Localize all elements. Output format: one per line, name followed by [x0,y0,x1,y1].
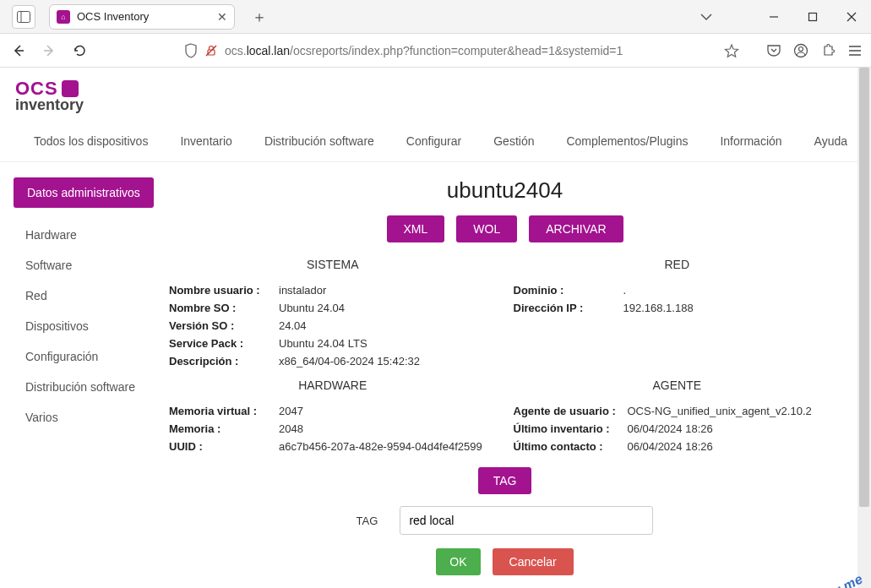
star-icon [724,43,739,58]
nav-ayuda[interactable]: Ayuda [814,134,847,148]
url-text: ocs.local.lan/ocsreports/index.php?funct… [225,44,712,57]
v-service-pack: Ubuntu 24.04 LTS [279,337,367,350]
v-version-so: 24.04 [279,319,307,332]
nav-configurar[interactable]: Configurar [406,134,461,148]
k-version-so: Versión SO : [169,319,279,332]
v-ip: 192.168.1.188 [623,302,694,314]
ok-button[interactable]: OK [436,548,480,575]
k-last-inv: Último inventario : [514,422,628,435]
k-uuid: UUID : [169,440,279,453]
v-last-contact: 06/04/2024 18:26 [628,440,713,453]
vertical-scrollbar[interactable] [857,68,871,588]
k-service-pack: Service Pack : [169,337,279,350]
svg-rect-0 [18,11,30,22]
sidebar-item-varios[interactable]: Varios [25,402,169,433]
sidebar-item-dispositivos[interactable]: Dispositivos [25,311,169,341]
extensions-button[interactable] [820,43,836,58]
left-sidebar: Datos administrativos Hardware Software … [0,162,169,575]
nav-informacion[interactable]: Información [720,134,781,148]
close-icon [847,12,857,22]
v-nombre-so: Ubuntu 24.04 [279,302,345,314]
sidebar-item-software[interactable]: Software [25,250,169,280]
bookmark-button[interactable] [724,43,739,58]
sidebar-item-configuracion[interactable]: Configuración [25,341,169,372]
k-useragent: Agente de usuario : [514,405,628,417]
tab-favicon: ⌂ [57,10,70,24]
app-sidebar-button[interactable] [12,5,35,29]
xml-button[interactable]: XML [387,215,445,242]
tag-header: TAG [478,467,532,494]
window-titlebar: ⌂ OCS Inventory ✕ ＋ [0,0,871,34]
tag-label: TAG [357,514,378,527]
v-descripcion: x86_64/04-06-2024 15:42:32 [279,355,420,368]
k-nombre-so: Nombre SO : [169,302,279,314]
wol-button[interactable]: WOL [456,215,517,242]
minimize-icon [769,12,779,22]
reload-icon [73,43,87,57]
tabs-dropdown-button[interactable] [700,13,712,21]
k-dominio: Dominio : [514,284,623,297]
scrollbar-thumb[interactable] [859,68,869,507]
tab-title: OCS Inventory [77,10,210,23]
v-memoria: 2048 [279,422,303,435]
house-icon [62,80,79,97]
sidebar-item-dist-software[interactable]: Distribución software [25,372,169,402]
k-memoria: Memoria : [169,422,279,435]
svg-point-11 [799,46,803,51]
window-maximize-button[interactable] [793,0,832,34]
nav-inventario[interactable]: Inventario [180,134,231,148]
tracking-shield-icon[interactable] [184,43,198,58]
svg-rect-3 [809,13,817,20]
app-menu-button[interactable] [847,45,863,57]
nav-complementos[interactable]: Complementos/Plugins [566,134,688,148]
logo-text-2: inventory [15,96,842,114]
back-arrow-icon [11,43,26,58]
section-sistema-title: SISTEMA [169,258,497,271]
section-hardware-title: HARDWARE [169,378,497,392]
k-nombre-usuario: Nombre usuario : [169,284,279,297]
sidebar-item-red[interactable]: Red [25,280,169,311]
reload-button[interactable] [69,41,90,61]
sidebar-item-hardware[interactable]: Hardware [25,220,169,250]
v-last-inv: 06/04/2024 18:26 [628,422,713,435]
window-close-button[interactable] [832,0,871,34]
v-nombre-usuario: instalador [279,284,326,297]
tag-input[interactable] [400,506,653,535]
k-descripcion: Descripción : [169,355,279,368]
nav-gestion[interactable]: Gestión [493,134,534,148]
account-icon [793,43,808,58]
k-last-contact: Último contacto : [514,440,628,453]
back-button[interactable] [8,41,29,61]
v-useragent: OCS-NG_unified_unix_agent_v2.10.2 [628,405,812,417]
device-name: ubuntu2404 [169,177,841,204]
address-bar[interactable]: ocs.local.lan/ocsreports/index.php?funct… [184,43,739,58]
sidebar-item-datos-admin[interactable]: Datos administrativos [14,177,154,208]
nav-distribucion[interactable]: Distribución software [264,134,374,148]
page-viewport: OCS inventory Todos los dispositivos Inv… [0,68,871,588]
k-ip: Dirección IP : [514,302,623,314]
nav-todos[interactable]: Todos los dispositivos [34,134,148,148]
main-content: ubuntu2404 XML WOL ARCHIVAR SISTEMA Nomb… [169,162,857,575]
insecure-lock-icon[interactable] [204,44,218,57]
maximize-icon [808,12,818,22]
new-tab-button[interactable]: ＋ [252,7,267,27]
panel-icon [17,11,30,23]
puzzle-icon [820,43,836,58]
hamburger-icon [847,45,863,57]
browser-toolbar: ocs.local.lan/ocsreports/index.php?funct… [0,34,871,68]
account-button[interactable] [793,43,808,58]
v-uuid: a6c7b456-207a-482e-9594-04d4fe4f2599 [279,440,482,453]
cancel-button[interactable]: Cancelar [493,548,574,575]
app-logo[interactable]: OCS inventory [0,68,857,117]
top-nav: Todos los dispositivos Inventario Distri… [0,117,857,162]
save-pocket-button[interactable] [766,44,781,57]
v-dominio: . [623,284,627,297]
browser-tab[interactable]: ⌂ OCS Inventory ✕ [49,4,235,30]
chevron-down-icon [700,13,712,21]
v-mem-virtual: 2047 [279,405,303,417]
archive-button[interactable]: ARCHIVAR [529,215,623,242]
k-mem-virtual: Memoria virtual : [169,405,279,417]
forward-button[interactable] [39,41,59,61]
window-minimize-button[interactable] [754,0,793,34]
tab-close-button[interactable]: ✕ [217,10,227,24]
